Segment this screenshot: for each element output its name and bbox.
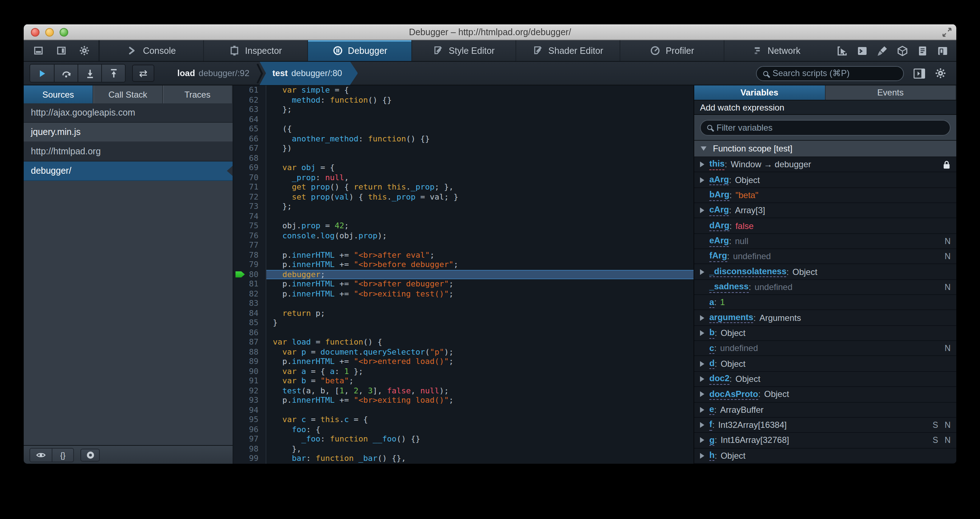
code-line-90[interactable]: 90 var a = { a: 1 }; [233, 366, 694, 376]
variable-value[interactable]: ArrayBuffer [720, 404, 764, 415]
variable-row-d[interactable]: d:Object [694, 357, 956, 372]
line-number[interactable]: 83 [233, 299, 266, 308]
code-text[interactable]: _prop: null, [266, 173, 694, 182]
code-text[interactable]: obj.prop = 42; [266, 221, 694, 231]
code-line-73[interactable]: 73 }; [233, 202, 694, 212]
line-number[interactable]: 82 [233, 289, 266, 299]
code-line-65[interactable]: 65 ({ [233, 124, 694, 134]
code-line-76[interactable]: 76 console.log(obj.prop); [233, 231, 694, 240]
code-text[interactable]: var c = this.c = { [266, 415, 694, 425]
variable-row-bArg[interactable]: bArg:"beta" [694, 188, 956, 203]
line-number[interactable]: 61 [233, 86, 266, 95]
tab-console[interactable]: Console [99, 40, 203, 61]
variable-name[interactable]: _sadness [710, 282, 748, 293]
variable-name[interactable]: dArg [710, 220, 729, 231]
code-text[interactable]: } [266, 318, 694, 328]
expand-triangle-icon[interactable] [700, 161, 710, 167]
variable-value[interactable]: Object [735, 374, 760, 384]
line-number[interactable]: 90 [233, 366, 266, 376]
toolbox-options-gear-icon[interactable] [74, 42, 94, 59]
variable-name[interactable]: e [710, 404, 714, 415]
step-out-button[interactable] [101, 65, 125, 82]
code-text[interactable]: another_method: function() {} [266, 134, 694, 143]
code-line-64[interactable]: 64 [233, 115, 694, 124]
variable-row-h[interactable]: h:Object [694, 448, 956, 464]
code-text[interactable]: }; [266, 202, 694, 212]
line-number[interactable]: 92 [233, 386, 266, 396]
variable-name[interactable]: _disconsolateness [710, 266, 786, 277]
expand-triangle-icon[interactable] [700, 315, 710, 320]
minimize-window-button[interactable] [45, 28, 54, 37]
variable-row-_disconsolateness[interactable]: _disconsolateness:Object [694, 264, 956, 280]
code-line-82[interactable]: 82 p.innerHTML += "<br>exiting test()"; [233, 289, 694, 299]
variable-row-dArg[interactable]: dArg:false [694, 218, 956, 234]
line-number[interactable]: 77 [233, 240, 266, 250]
braces-icon[interactable]: {} [52, 448, 73, 461]
variable-value[interactable]: Arguments [759, 313, 801, 323]
code-line-75[interactable]: 75 obj.prop = 42; [233, 221, 694, 231]
line-number[interactable]: 79 [233, 260, 266, 269]
blackbox-source-button[interactable] [80, 448, 100, 461]
code-text[interactable]: p.innerHTML += "<br>exiting load()"; [266, 396, 694, 405]
split-console-icon[interactable] [856, 45, 868, 56]
code-text[interactable]: var b = "beta"; [266, 376, 694, 386]
code-text[interactable] [266, 405, 694, 415]
line-number[interactable]: 94 [233, 405, 266, 415]
code-line-66[interactable]: 66 another_method: function() {} [233, 134, 694, 143]
tab-network[interactable]: Network [724, 40, 828, 61]
variable-row-c[interactable]: c:undefinedN [694, 341, 956, 357]
line-number[interactable]: 89 [233, 357, 266, 366]
variable-value[interactable]: Object [764, 389, 789, 400]
expand-panes-icon[interactable] [913, 68, 926, 79]
code-line-94[interactable]: 94 [233, 405, 694, 415]
line-number[interactable]: 70 [233, 173, 266, 182]
code-line-86[interactable]: 86 [233, 328, 694, 338]
variable-name[interactable]: bArg [710, 189, 729, 201]
code-text[interactable]: var obj = { [266, 163, 694, 173]
code-text[interactable] [266, 212, 694, 221]
variable-value[interactable]: Object [721, 451, 745, 460]
variable-value[interactable]: Window → debugger [730, 159, 811, 169]
code-line-89[interactable]: 89 p.innerHTML += "<br>entered load()"; [233, 357, 694, 366]
variable-row-fArg[interactable]: fArg:undefinedN [694, 249, 956, 264]
tab-shadereditor[interactable]: Shader Editor [515, 40, 620, 61]
variable-name[interactable]: doc2 [710, 373, 729, 384]
line-number[interactable]: 78 [233, 250, 266, 260]
variable-name[interactable]: cArg [710, 205, 729, 216]
code-text[interactable]: return p; [266, 308, 694, 318]
step-in-button[interactable] [78, 65, 101, 82]
trace-toggle-button[interactable]: ⇄ [132, 65, 154, 82]
variable-name[interactable]: h [710, 450, 715, 461]
line-number[interactable]: 68 [233, 153, 266, 163]
sources-tab-sources[interactable]: Sources [24, 86, 93, 103]
variable-value[interactable]: undefined [733, 251, 771, 261]
code-line-85[interactable]: 85} [233, 318, 694, 328]
source-item[interactable]: http://htmlpad.org [24, 142, 232, 161]
expand-triangle-icon[interactable] [700, 361, 710, 366]
tab-profiler[interactable]: Profiler [620, 40, 724, 61]
script-search-input[interactable] [773, 68, 897, 78]
code-line-81[interactable]: 81 p.innerHTML += "<br>after debugger"; [233, 279, 694, 289]
code-text[interactable]: }, [266, 444, 694, 454]
source-item[interactable]: jquery.min.js [24, 123, 232, 142]
script-search[interactable] [756, 66, 904, 81]
code-line-99[interactable]: 99 bar: function _bar() {}, [233, 454, 694, 463]
scope-header[interactable]: Function scope [test] [694, 141, 956, 157]
code-text[interactable]: foo: { [266, 425, 694, 434]
variable-row-cArg[interactable]: cArg:Array[3] [694, 203, 956, 218]
variable-row-a[interactable]: a:1 [694, 295, 956, 310]
variable-name[interactable]: aArg [710, 174, 729, 186]
code-line-93[interactable]: 93 p.innerHTML += "<br>exiting load()"; [233, 396, 694, 405]
variable-value[interactable]: Object [721, 328, 745, 338]
variable-value[interactable]: Int32Array[16384] [718, 420, 787, 430]
code-text[interactable]: method: function() {} [266, 95, 694, 105]
variable-name[interactable]: c [710, 343, 714, 354]
variable-name[interactable]: this [710, 159, 725, 170]
code-line-80[interactable]: 80 debugger; [233, 269, 694, 279]
expand-triangle-icon[interactable] [700, 422, 710, 428]
code-line-74[interactable]: 74 [233, 212, 694, 221]
expand-triangle-icon[interactable] [700, 392, 710, 397]
variable-name[interactable]: eArg [710, 236, 729, 247]
filter-variables-input[interactable] [716, 123, 943, 132]
dock-bottom-icon[interactable] [28, 42, 48, 59]
